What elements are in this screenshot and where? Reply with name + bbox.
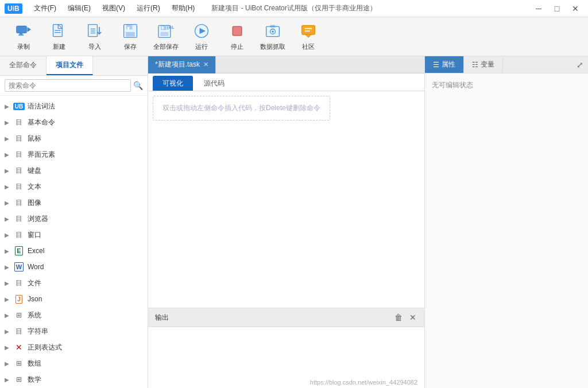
expand-icon[interactable]: ⤢ bbox=[572, 58, 588, 72]
command-ui[interactable]: ▶目界面元素 bbox=[0, 146, 148, 162]
toolbar-stop-button[interactable]: 停止 bbox=[220, 20, 254, 53]
string-icon: 目 bbox=[14, 326, 24, 336]
toolbar-record-button[interactable]: 录制 bbox=[7, 20, 40, 53]
editor-tab-close[interactable]: ✕ bbox=[203, 61, 208, 68]
svg-marker-1 bbox=[28, 28, 30, 32]
toolbar-import-label: 导入 bbox=[88, 42, 101, 51]
command-mouse[interactable]: ▶目鼠标 bbox=[0, 130, 148, 146]
menu-item-e[interactable]: 编辑(E) bbox=[63, 2, 95, 14]
command-window[interactable]: ▶目窗口 bbox=[0, 227, 148, 243]
toolbar-save-all-button[interactable]: (ALL) 全部保存 bbox=[149, 20, 183, 53]
menu-item-v[interactable]: 视图(V) bbox=[98, 2, 130, 14]
app-logo: UiB bbox=[5, 3, 22, 14]
arrow-icon: ▶ bbox=[5, 184, 10, 190]
command-json[interactable]: ▶JJson bbox=[0, 291, 148, 307]
syntax-icon: UB bbox=[14, 101, 24, 111]
tab-properties[interactable]: ☰ 属性 bbox=[425, 56, 464, 73]
array-label: 数组 bbox=[28, 359, 41, 368]
command-system[interactable]: ▶⊞系统 bbox=[0, 307, 148, 323]
center-panel: *新建项目.task ✕ 可视化 源代码 双击或拖动左侧命令插入代码，按Dele… bbox=[148, 56, 425, 388]
maximize-button[interactable]: □ bbox=[549, 2, 565, 15]
svg-rect-26 bbox=[233, 26, 242, 36]
word-icon: W bbox=[14, 262, 24, 272]
right-panel: ☰ 属性 ☷ 变量 ⤢ 无可编辑状态 bbox=[425, 56, 588, 388]
close-button[interactable]: ✕ bbox=[567, 2, 583, 15]
toolbar-new-button[interactable]: 新建 bbox=[42, 20, 76, 53]
excel-label: Excel bbox=[28, 247, 44, 255]
window-icon: 目 bbox=[14, 230, 24, 240]
editor-hint: 双击或拖动左侧命令插入代码，按Delete键删除命令 bbox=[153, 96, 330, 121]
command-regex[interactable]: ▶✕正则表达式 bbox=[0, 339, 148, 355]
toolbar-save-all-label: 全部保存 bbox=[153, 42, 179, 51]
command-basic[interactable]: ▶目基本命令 bbox=[0, 114, 148, 130]
command-excel[interactable]: ▶EExcel bbox=[0, 243, 148, 259]
svg-rect-3 bbox=[18, 34, 24, 36]
command-file[interactable]: ▶目文件 bbox=[0, 275, 148, 291]
toolbar-save-button[interactable]: 保存 bbox=[114, 20, 147, 53]
right-content: 无可编辑状态 bbox=[425, 73, 588, 388]
svg-marker-32 bbox=[305, 34, 312, 37]
command-array[interactable]: ▶⊞数组 bbox=[0, 355, 148, 371]
window-controls: ─ □ ✕ bbox=[531, 2, 583, 15]
image-label: 图像 bbox=[28, 198, 41, 208]
arrow-icon: ▶ bbox=[5, 152, 10, 158]
command-text[interactable]: ▶目文本 bbox=[0, 179, 148, 195]
command-keyboard[interactable]: ▶目键盘 bbox=[0, 162, 148, 179]
output-close-button[interactable]: ✕ bbox=[408, 312, 417, 323]
excel-icon: E bbox=[14, 246, 24, 256]
command-math[interactable]: ▶⊞数学 bbox=[0, 371, 148, 387]
json-label: Json bbox=[28, 295, 42, 303]
arrow-icon: ▶ bbox=[5, 135, 10, 142]
output-body: https://blog.csdn.net/weixin_44294082 bbox=[148, 327, 424, 388]
tab-variables-label: 变量 bbox=[481, 60, 494, 69]
minimize-button[interactable]: ─ bbox=[531, 2, 547, 15]
math-label: 数学 bbox=[28, 375, 41, 385]
output-clear-button[interactable]: 🗑 bbox=[393, 312, 404, 323]
output-panel: 输出 🗑 ✕ https://blog.csdn.net/weixin_4429… bbox=[148, 308, 424, 388]
svg-rect-30 bbox=[270, 25, 276, 28]
toolbar-import-button[interactable]: 导入 bbox=[78, 20, 111, 53]
save-icon bbox=[121, 22, 140, 40]
command-syntax[interactable]: ▶UB语法词法 bbox=[0, 98, 148, 114]
variable-icon: ☷ bbox=[472, 61, 478, 69]
toolbar-capture-button[interactable]: 数据抓取 bbox=[256, 20, 289, 53]
system-label: 系统 bbox=[28, 311, 41, 320]
search-input[interactable] bbox=[5, 79, 131, 92]
command-image[interactable]: ▶目图像 bbox=[0, 195, 148, 211]
svg-text:(ALL): (ALL) bbox=[167, 25, 174, 30]
save-all-icon: (ALL) bbox=[157, 22, 175, 40]
arrow-icon: ▶ bbox=[5, 344, 10, 351]
tab-all-commands[interactable]: 全部命令 bbox=[0, 56, 47, 75]
toolbar-community-button[interactable]: 社区 bbox=[292, 20, 325, 53]
menu-item-r[interactable]: 运行(R) bbox=[132, 2, 165, 14]
menu-item-h[interactable]: 帮助(H) bbox=[167, 2, 200, 14]
ui-icon: 目 bbox=[14, 149, 24, 160]
command-string[interactable]: ▶目字符串 bbox=[0, 323, 148, 339]
run-icon bbox=[192, 22, 211, 40]
toolbar-record-label: 录制 bbox=[17, 42, 30, 51]
arrow-icon: ▶ bbox=[5, 377, 10, 383]
syntax-label: 语法词法 bbox=[28, 102, 55, 111]
toolbar-run-button[interactable]: 运行 bbox=[185, 20, 218, 53]
basic-icon: 目 bbox=[14, 117, 24, 127]
title-bar: UiB 文件(F)编辑(E)视图(V)运行(R)帮助(H) 新建项目 - UiB… bbox=[0, 0, 588, 17]
toolbar-community-label: 社区 bbox=[302, 42, 315, 51]
tab-project-files[interactable]: 项目文件 bbox=[47, 56, 93, 75]
search-icon[interactable]: 🔍 bbox=[133, 81, 143, 90]
toolbar-save-label: 保存 bbox=[124, 42, 137, 51]
file-icon: 目 bbox=[14, 278, 24, 288]
tab-variables[interactable]: ☷ 变量 bbox=[464, 56, 503, 73]
text-label: 文本 bbox=[28, 182, 41, 192]
word-label: Word bbox=[28, 263, 44, 271]
tab-source[interactable]: 源代码 bbox=[194, 76, 234, 91]
search-box: 🔍 bbox=[0, 76, 148, 96]
output-title: 输出 bbox=[155, 313, 389, 323]
menu-item-f[interactable]: 文件(F) bbox=[29, 2, 61, 14]
tab-visual[interactable]: 可视化 bbox=[153, 76, 193, 91]
command-browser[interactable]: ▶目浏览器 bbox=[0, 211, 148, 227]
editor-tab-main[interactable]: *新建项目.task ✕ bbox=[148, 56, 216, 73]
output-header: 输出 🗑 ✕ bbox=[148, 308, 424, 327]
command-word[interactable]: ▶WWord bbox=[0, 259, 148, 275]
arrow-icon: ▶ bbox=[5, 168, 10, 174]
toolbar-run-label: 运行 bbox=[195, 42, 208, 51]
